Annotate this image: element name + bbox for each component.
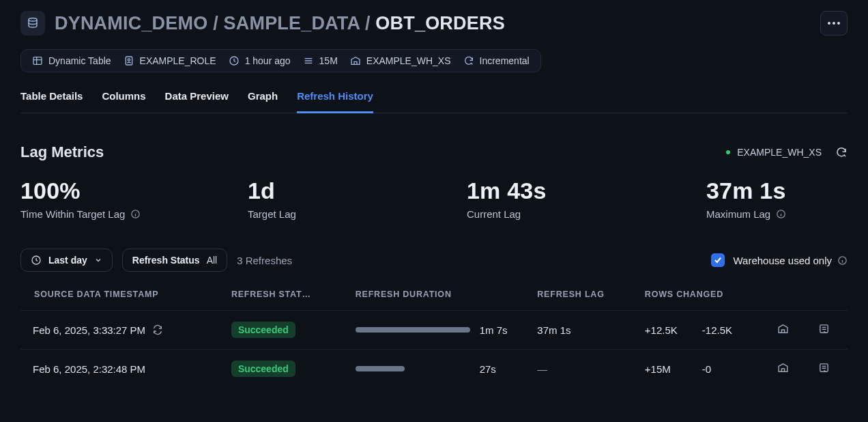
meta-warehouse: EXAMPLE_WH_XS bbox=[350, 55, 451, 66]
refresh-status-dropdown[interactable]: Refresh Status All bbox=[122, 249, 227, 272]
meta-rows: 15M bbox=[303, 55, 338, 66]
user-badge-icon bbox=[124, 55, 134, 66]
meta-bar: Dynamic Table EXAMPLE_ROLE 1 hour ago 15… bbox=[20, 49, 541, 72]
svg-point-1 bbox=[828, 22, 830, 25]
refresh-icon bbox=[463, 55, 474, 66]
metric-time-within: 100% Time Within Target Lag bbox=[20, 178, 227, 220]
sync-icon bbox=[152, 324, 163, 335]
metric-maximum-lag: 37m 1s Maximum Lag bbox=[641, 178, 848, 220]
breadcrumb: DYNAMIC_DEMO / SAMPLE_DATA / OBT_ORDERS bbox=[55, 13, 505, 34]
time-range-dropdown[interactable]: Last day bbox=[20, 249, 113, 272]
tab-data-preview[interactable]: Data Preview bbox=[165, 83, 229, 113]
rows-deleted: -0 bbox=[702, 363, 744, 375]
col-rows-changed[interactable]: ROWS CHANGED bbox=[633, 290, 765, 311]
status-badge: Succeeded bbox=[231, 322, 295, 338]
row-query-button[interactable] bbox=[818, 362, 830, 374]
rows-added: +12.5K bbox=[645, 324, 687, 336]
info-icon[interactable] bbox=[837, 255, 848, 266]
table-row[interactable]: Feb 6, 2025, 3:33:27 PMSucceeded1m 7s37m… bbox=[20, 311, 848, 350]
row-duration: 27s bbox=[480, 363, 496, 375]
svg-rect-4 bbox=[33, 57, 42, 65]
meta-type: Dynamic Table bbox=[32, 55, 111, 66]
tab-refresh-history[interactable]: Refresh History bbox=[297, 83, 373, 113]
metric-current-lag: 1m 43s Current Lag bbox=[434, 178, 641, 220]
refresh-history-table: SOURCE DATA TIMESTAMP REFRESH STAT… REFR… bbox=[20, 290, 848, 388]
metric-target-lag: 1d Target Lag bbox=[227, 178, 434, 220]
status-dot-icon bbox=[726, 150, 730, 154]
meta-mode: Incremental bbox=[463, 55, 530, 66]
row-lag: 37m 1s bbox=[537, 324, 570, 336]
meta-since: 1 hour ago bbox=[229, 55, 291, 66]
info-icon[interactable] bbox=[776, 209, 786, 219]
table-row[interactable]: Feb 6, 2025, 2:32:48 PMSucceeded27s—+15M… bbox=[20, 350, 848, 389]
svg-point-2 bbox=[833, 22, 835, 25]
col-status[interactable]: REFRESH STAT… bbox=[219, 290, 343, 311]
tab-graph[interactable]: Graph bbox=[248, 83, 278, 113]
status-badge: Succeeded bbox=[231, 361, 295, 377]
svg-point-6 bbox=[128, 59, 130, 61]
warehouse-icon bbox=[350, 55, 361, 66]
tabs: Table Details Columns Data Preview Graph… bbox=[20, 83, 848, 113]
col-lag[interactable]: REFRESH LAG bbox=[525, 290, 633, 311]
database-icon bbox=[20, 11, 45, 36]
clock-icon bbox=[229, 55, 240, 66]
chevron-down-icon bbox=[94, 256, 102, 264]
row-duration: 1m 7s bbox=[480, 324, 508, 336]
section-title: Lag Metrics bbox=[20, 143, 104, 161]
breadcrumb-part-1[interactable]: DYNAMIC_DEMO bbox=[55, 13, 207, 33]
info-icon[interactable] bbox=[130, 209, 141, 219]
rows-deleted: -12.5K bbox=[702, 324, 744, 336]
breadcrumb-part-2[interactable]: SAMPLE_DATA bbox=[224, 13, 360, 33]
refresh-warehouse-button[interactable] bbox=[835, 146, 848, 158]
warehouse-only-checkbox[interactable] bbox=[711, 253, 725, 267]
svg-point-0 bbox=[29, 18, 37, 22]
tab-table-details[interactable]: Table Details bbox=[20, 83, 83, 113]
row-query-button[interactable] bbox=[818, 323, 830, 335]
row-timestamp: Feb 6, 2025, 3:33:27 PM bbox=[33, 324, 145, 336]
warehouse-indicator: EXAMPLE_WH_XS bbox=[726, 146, 848, 158]
table-icon bbox=[32, 55, 43, 66]
col-timestamp[interactable]: SOURCE DATA TIMESTAMP bbox=[20, 290, 219, 311]
svg-point-3 bbox=[837, 22, 840, 25]
warehouse-only-label: Warehouse used only bbox=[733, 255, 832, 266]
row-warehouse-button[interactable] bbox=[777, 323, 789, 335]
more-actions-button[interactable] bbox=[820, 11, 848, 36]
row-timestamp: Feb 6, 2025, 2:32:48 PM bbox=[33, 363, 145, 375]
row-warehouse-button[interactable] bbox=[777, 362, 789, 374]
rows-icon bbox=[303, 55, 314, 66]
col-duration[interactable]: REFRESH DURATION bbox=[343, 290, 525, 311]
refresh-count: 3 Refreshes bbox=[237, 255, 292, 266]
clock-icon bbox=[31, 255, 42, 266]
meta-role: EXAMPLE_ROLE bbox=[124, 55, 216, 66]
breadcrumb-part-3: OBT_ORDERS bbox=[375, 13, 505, 33]
tab-columns[interactable]: Columns bbox=[102, 83, 145, 113]
rows-added: +15M bbox=[645, 363, 687, 375]
row-lag: — bbox=[537, 363, 547, 375]
